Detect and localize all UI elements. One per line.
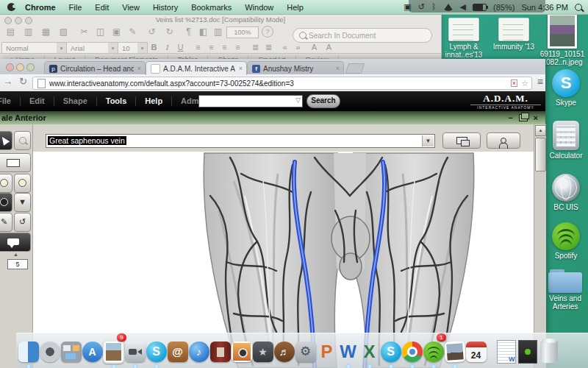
adam-menu-shape[interactable]: Shape bbox=[54, 96, 97, 106]
adam-menu-tools[interactable]: Tools bbox=[97, 96, 137, 106]
italic-button[interactable]: I bbox=[162, 42, 173, 53]
align-left-button[interactable]: ≡ bbox=[193, 42, 204, 53]
pointer-tool-button[interactable] bbox=[0, 131, 12, 150]
tab-close-icon[interactable]: × bbox=[235, 65, 246, 72]
forward-button[interactable]: → bbox=[3, 76, 12, 87]
menu-window[interactable]: Window bbox=[238, 3, 280, 12]
dock-minimized-spotify-window[interactable] bbox=[517, 335, 538, 368]
bookmark-star-icon[interactable]: ☆ bbox=[521, 79, 528, 88]
dock-icon-itunes[interactable]: ♪ bbox=[188, 335, 209, 368]
menu-file[interactable]: File bbox=[62, 3, 89, 12]
menu-help[interactable]: Help bbox=[280, 3, 310, 12]
desktop-icon-photo-jpeg[interactable]: 69119_10151 1082..n.jpeg bbox=[539, 13, 585, 66]
underline-button[interactable]: U bbox=[175, 42, 186, 53]
dock-icon-calendar[interactable]: 24 bbox=[465, 335, 487, 368]
scrollbar-thumb[interactable] bbox=[535, 138, 546, 171]
help-icon[interactable]: ? bbox=[262, 26, 273, 38]
dock-icon-skype-2[interactable]: S bbox=[380, 335, 401, 368]
align-justify-button[interactable]: ≡ bbox=[232, 42, 243, 53]
undo-icon[interactable]: ↺ bbox=[146, 26, 158, 38]
tab-close-icon[interactable]: × bbox=[134, 65, 145, 72]
chrome-minimize-button[interactable] bbox=[16, 63, 24, 71]
zoom-level-dropdown[interactable]: 100% bbox=[226, 26, 259, 38]
pane-minimize-icon[interactable]: − bbox=[508, 113, 512, 122]
browser-tab-facebook[interactable]: f Anushay Mistry × bbox=[247, 61, 344, 75]
desktop-icon-calculator[interactable]: Calculator bbox=[547, 121, 585, 160]
dock-icon-photo-stack[interactable] bbox=[444, 335, 465, 368]
dock-icon-photo-booth[interactable] bbox=[209, 335, 231, 368]
open-icon[interactable]: ▥ bbox=[22, 26, 35, 38]
chrome-menu-icon[interactable]: ≡ bbox=[537, 76, 543, 88]
redo-icon[interactable]: ↻ bbox=[163, 26, 176, 38]
new-document-icon[interactable]: ▤ bbox=[4, 26, 17, 38]
dock-icon-contacts[interactable]: @ bbox=[167, 335, 188, 368]
layer-spinner-up-icon[interactable]: ▲ bbox=[13, 252, 18, 257]
word-search-field[interactable]: Search In Document bbox=[293, 28, 432, 43]
apple-menu-icon[interactable] bbox=[7, 3, 15, 11]
cut-icon[interactable]: ✂ bbox=[78, 26, 90, 38]
bulleted-list-button[interactable]: ≣ bbox=[263, 42, 274, 53]
menu-app-chrome[interactable]: Chrome bbox=[18, 3, 62, 12]
full-body-view-button[interactable] bbox=[487, 132, 520, 149]
dock-icon-spotify[interactable]: 1 bbox=[423, 335, 444, 368]
annotation-tool-button[interactable] bbox=[0, 233, 31, 252]
align-right-button[interactable]: ≡ bbox=[219, 42, 230, 53]
save-icon[interactable]: ▦ bbox=[40, 26, 52, 38]
desktop-icon-skype[interactable]: S Skype bbox=[547, 69, 585, 107]
spotlight-icon[interactable] bbox=[575, 4, 582, 11]
desktop-icon-immunity-doc[interactable]: Immunity '13 bbox=[490, 18, 538, 51]
layout-icon[interactable]: ◧ bbox=[197, 26, 209, 38]
desktop-icon-spotify[interactable]: Spotify bbox=[547, 222, 585, 260]
combo-dropdown-icon[interactable]: ▼ bbox=[422, 135, 434, 146]
layer-spinner-value[interactable]: 5 bbox=[7, 259, 28, 269]
bold-button[interactable]: B bbox=[148, 42, 159, 53]
scroll-up-icon[interactable]: ▲ bbox=[535, 125, 546, 136]
normal-view-button[interactable] bbox=[14, 174, 31, 193]
adam-menu-file[interactable]: File bbox=[0, 96, 21, 106]
dock-icon-chrome[interactable] bbox=[401, 335, 423, 368]
adam-menu-help[interactable]: Help bbox=[136, 96, 172, 106]
address-bar[interactable]: www.interactiveanatomy.com/default.aspx?… bbox=[32, 77, 532, 90]
gallery-icon[interactable]: ▥ bbox=[212, 26, 224, 38]
dock-icon-iphoto[interactable] bbox=[231, 335, 252, 368]
menu-edit[interactable]: Edit bbox=[88, 3, 115, 12]
highlight-on-button[interactable] bbox=[0, 193, 12, 212]
dock-icon-system-preferences[interactable]: ⚙ bbox=[295, 335, 316, 368]
dock-icon-trash[interactable] bbox=[538, 335, 559, 368]
vertical-scrollbar[interactable]: ▲ bbox=[534, 124, 546, 368]
paste-icon[interactable]: ▣ bbox=[110, 26, 123, 38]
new-tab-button[interactable] bbox=[345, 63, 365, 74]
decrease-indent-button[interactable]: « bbox=[279, 42, 290, 53]
zoom-tool-button[interactable] bbox=[14, 131, 31, 150]
dock-icon-app-store[interactable]: A bbox=[82, 335, 103, 368]
structure-combobox[interactable]: Great saphenous vein ▼ bbox=[46, 134, 435, 148]
highlight-options-button[interactable]: ▼ bbox=[14, 193, 31, 212]
print-icon[interactable]: ▨ bbox=[57, 26, 70, 38]
desktop-icon-bc-uis[interactable]: BC UIS bbox=[547, 174, 585, 211]
show-in-windows-button[interactable] bbox=[442, 132, 481, 149]
browser-tab-adam-active[interactable]: A.D.A.M. Interactive Anato × bbox=[146, 61, 247, 75]
draw-tool-button[interactable]: ✎ bbox=[0, 213, 12, 232]
reload-button[interactable]: ↻ bbox=[19, 76, 27, 87]
desktop-icon-lymph-doc[interactable]: Lymph & innat..es'13 bbox=[440, 18, 488, 59]
dock-icon-skype[interactable]: S bbox=[146, 335, 167, 368]
dock-icon-mission-control[interactable] bbox=[60, 335, 82, 368]
search-dropdown-icon[interactable]: ▽ bbox=[295, 96, 301, 104]
extract-tool-button[interactable] bbox=[0, 153, 31, 172]
dock-icon-finder[interactable] bbox=[18, 335, 39, 368]
dock-minimized-word-document[interactable]: W bbox=[495, 335, 517, 368]
align-center-button[interactable]: ≡ bbox=[206, 42, 217, 53]
reset-view-button[interactable]: ↺ bbox=[14, 213, 31, 232]
browser-tab-circulation[interactable]: p Circulation – Head and Ne × bbox=[44, 61, 146, 75]
chrome-close-button[interactable] bbox=[6, 63, 14, 71]
adam-search-button[interactable]: Search bbox=[306, 94, 340, 108]
copy-icon[interactable]: ◫ bbox=[94, 26, 107, 38]
dock-icon-imovie[interactable]: ★ bbox=[252, 335, 273, 368]
dock-icon-garageband[interactable]: ♬ bbox=[273, 335, 295, 368]
dock-icon-facetime[interactable] bbox=[124, 335, 146, 368]
desktop-icon-veins-folder[interactable]: Veins and Arteries bbox=[544, 269, 587, 311]
dock-icon-word[interactable]: W bbox=[337, 335, 359, 368]
menu-bookmarks[interactable]: Bookmarks bbox=[184, 3, 238, 12]
increase-indent-button[interactable]: » bbox=[293, 42, 304, 53]
format-painter-icon[interactable]: ✎ bbox=[126, 26, 139, 38]
